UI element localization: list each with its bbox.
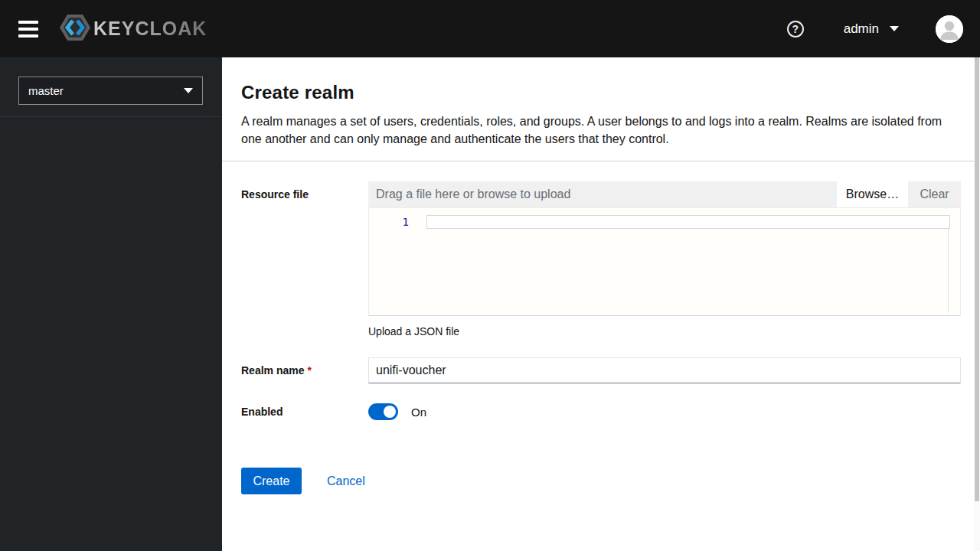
main-content: Create realm A realm manages a set of us…: [222, 57, 980, 551]
editor-active-line: [426, 215, 950, 229]
enabled-row: Enabled On: [241, 403, 961, 420]
form-actions: Create Cancel: [241, 468, 961, 494]
page-scrollbar[interactable]: [974, 57, 980, 551]
masthead-right: ? admin: [787, 15, 980, 43]
sidebar-divider: [0, 116, 222, 117]
chevron-down-icon: [184, 88, 193, 93]
enabled-switch-wrap: On: [368, 403, 426, 420]
realm-selector-dropdown[interactable]: master: [18, 77, 203, 105]
app-window: KEYCLOAK ? admin master: [0, 0, 980, 551]
realm-name-label: Realm name*: [241, 364, 368, 377]
json-code-editor[interactable]: 1: [368, 207, 961, 316]
page-title: Create realm: [241, 82, 949, 103]
sidebar: master: [0, 57, 222, 551]
realm-name-input[interactable]: [368, 357, 961, 383]
required-asterisk: *: [307, 364, 311, 377]
resource-file-field: Browse… Clear 1 Upload a JSON file: [368, 181, 961, 337]
realm-name-row: Realm name*: [241, 357, 961, 383]
nav-toggle-button[interactable]: [18, 21, 38, 37]
keycloak-hexagon-icon: [58, 13, 92, 45]
enabled-state-label: On: [411, 406, 426, 419]
keycloak-logo-text: KEYCLOAK: [93, 18, 207, 40]
chevron-down-icon: [890, 26, 899, 31]
file-drop-input[interactable]: [368, 181, 837, 207]
user-menu-label: admin: [844, 21, 879, 37]
page-description: A realm manages a set of users, credenti…: [241, 112, 949, 148]
user-menu-dropdown[interactable]: admin: [844, 21, 899, 37]
resource-file-label: Resource file: [241, 181, 368, 337]
resource-file-row: Resource file Browse… Clear 1 Upload a J…: [241, 181, 961, 337]
file-upload-bar: Browse… Clear: [368, 181, 961, 207]
upload-helper-text: Upload a JSON file: [368, 325, 961, 337]
create-button[interactable]: Create: [241, 468, 302, 494]
help-icon[interactable]: ?: [787, 21, 804, 37]
cancel-link[interactable]: Cancel: [327, 474, 365, 488]
clear-button[interactable]: Clear: [908, 181, 961, 207]
toggle-knob-icon: [384, 406, 396, 418]
realm-selector-value: master: [28, 84, 64, 97]
create-realm-form: Resource file Browse… Clear 1 Upload a J…: [222, 161, 980, 494]
hamburger-icon: [18, 21, 38, 24]
keycloak-logo[interactable]: KEYCLOAK: [58, 13, 207, 45]
avatar[interactable]: [936, 15, 963, 43]
editor-line-number: 1: [369, 216, 409, 228]
enabled-label: Enabled: [241, 406, 368, 418]
scrollbar-thumb[interactable]: [975, 57, 979, 501]
editor-scrollbar: [948, 229, 949, 313]
page-header-section: Create realm A realm manages a set of us…: [222, 57, 980, 161]
enabled-toggle[interactable]: [368, 403, 398, 420]
masthead: KEYCLOAK ? admin: [0, 0, 980, 57]
browse-button[interactable]: Browse…: [837, 181, 908, 207]
